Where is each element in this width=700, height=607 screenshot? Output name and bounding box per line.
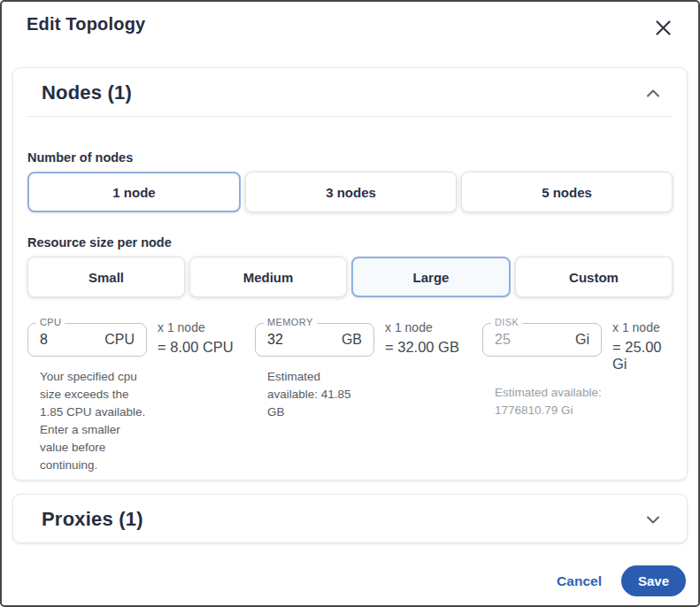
memory-input[interactable]: MEMORY 32 GB — [255, 323, 374, 357]
nodes-section-title: Nodes (1) — [42, 81, 132, 104]
cpu-total: = 8.00 CPU — [158, 339, 234, 356]
resource-cpu-column: CPU 8 CPU x 1 node = 8.00 CPU Your speci… — [27, 316, 255, 474]
nodes-section-header[interactable]: Nodes (1) — [13, 68, 687, 116]
chevron-up-icon[interactable] — [646, 85, 660, 101]
cpu-unit-adornment: CPU — [104, 332, 135, 348]
proxies-section: Proxies (1) — [12, 494, 688, 543]
number-of-nodes-label: Number of nodes — [27, 150, 673, 165]
cpu-helper-text: Your specified cpu size exceeds the 1.85… — [40, 368, 150, 474]
save-button[interactable]: Save — [621, 565, 686, 596]
cpu-input-label: CPU — [36, 317, 65, 327]
dialog-header: Edit Topology — [2, 2, 698, 40]
close-button[interactable] — [651, 16, 675, 40]
cpu-calculation: x 1 node = 8.00 CPU — [158, 316, 234, 357]
memory-input-label: MEMORY — [264, 317, 317, 327]
proxies-section-title: Proxies (1) — [42, 508, 143, 531]
disk-unit-adornment: Gi — [575, 332, 589, 348]
nodes-section-body: Number of nodes 1 node 3 nodes 5 nodes R… — [13, 117, 687, 480]
memory-multiplier: x 1 node — [385, 320, 459, 334]
option-5-nodes[interactable]: 5 nodes — [461, 172, 673, 212]
option-3-nodes[interactable]: 3 nodes — [245, 172, 457, 212]
disk-input: DISK 25 Gi — [482, 323, 602, 357]
disk-total: = 25.00 Gi — [612, 339, 673, 373]
memory-unit-adornment: GB — [342, 332, 362, 348]
memory-input-value[interactable]: 32 — [267, 332, 342, 348]
option-small[interactable]: Small — [27, 257, 185, 297]
resource-memory-column: MEMORY 32 GB x 1 node = 32.00 GB Estimat… — [255, 316, 482, 474]
option-1-node[interactable]: 1 node — [27, 172, 241, 212]
resource-size-options: Small Medium Large Custom — [27, 257, 673, 297]
number-of-nodes-options: 1 node 3 nodes 5 nodes — [27, 172, 673, 212]
cpu-input-value[interactable]: 8 — [40, 332, 104, 348]
disk-input-label: DISK — [491, 317, 522, 327]
memory-calculation: x 1 node = 32.00 GB — [385, 316, 459, 357]
dialog-title: Edit Topology — [27, 14, 145, 35]
dialog-footer: Cancel Save — [2, 543, 698, 596]
cpu-multiplier: x 1 node — [158, 320, 234, 334]
cancel-button[interactable]: Cancel — [557, 573, 602, 589]
resource-disk-column: DISK 25 Gi x 1 node = 25.00 Gi Estimated… — [482, 316, 673, 474]
cpu-input[interactable]: CPU 8 CPU — [27, 323, 147, 357]
proxies-section-header[interactable]: Proxies (1) — [13, 495, 687, 542]
option-large[interactable]: Large — [351, 257, 511, 297]
close-icon — [655, 26, 672, 39]
chevron-down-icon[interactable] — [646, 511, 660, 527]
nodes-section: Nodes (1) Number of nodes 1 node 3 nodes… — [12, 67, 688, 480]
memory-helper-text: Estimated available: 41.85 GB — [267, 368, 365, 421]
resources-row: CPU 8 CPU x 1 node = 8.00 CPU Your speci… — [27, 316, 673, 474]
disk-helper-text: Estimated available: 1776810.79 Gi — [495, 384, 638, 419]
resource-size-label: Resource size per node — [27, 235, 673, 250]
option-medium[interactable]: Medium — [189, 257, 347, 297]
option-custom[interactable]: Custom — [515, 257, 673, 297]
disk-calculation: x 1 node = 25.00 Gi — [612, 316, 673, 373]
disk-input-value: 25 — [495, 332, 575, 348]
memory-total: = 32.00 GB — [385, 339, 459, 356]
disk-multiplier: x 1 node — [612, 320, 673, 334]
